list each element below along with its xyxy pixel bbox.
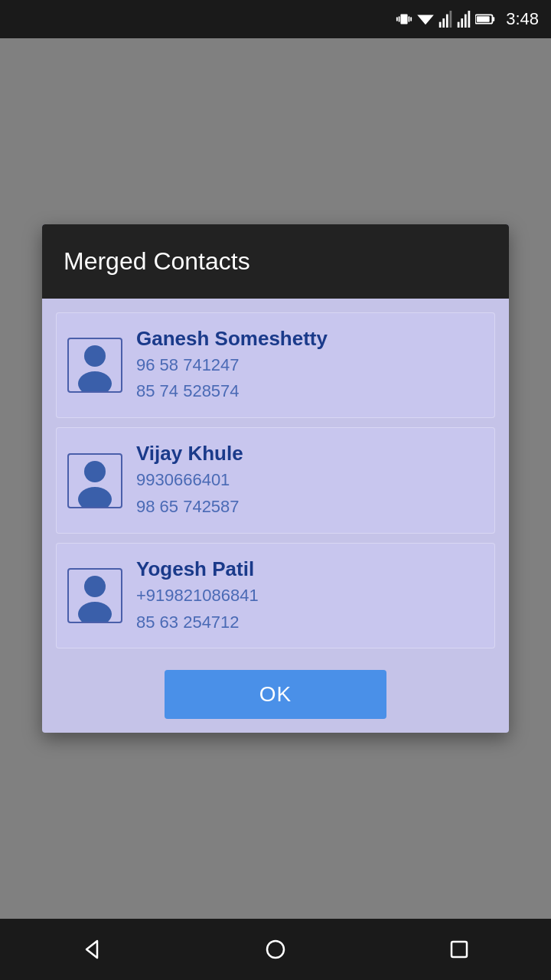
contact-name-2: Vijay Khule bbox=[136, 442, 243, 466]
svg-rect-11 bbox=[461, 18, 464, 28]
contact-item-2: Vijay Khule 9930666401 98 65 742587 bbox=[56, 427, 495, 534]
contact-phone-1a: 96 58 741247 bbox=[136, 354, 328, 377]
back-button[interactable] bbox=[69, 926, 115, 972]
avatar-silhouette-2 bbox=[69, 455, 121, 507]
svg-rect-15 bbox=[493, 17, 495, 21]
avatar-silhouette-1 bbox=[69, 339, 121, 391]
svg-rect-9 bbox=[450, 11, 452, 28]
signal-icon-1 bbox=[439, 11, 452, 28]
contact-name-3: Yogesh Patil bbox=[136, 557, 259, 581]
contact-info-1: Ganesh Someshetty 96 58 741247 85 74 528… bbox=[136, 327, 328, 404]
wifi-icon bbox=[417, 12, 434, 26]
avatar-silhouette-3 bbox=[69, 570, 121, 622]
svg-point-18 bbox=[78, 371, 112, 391]
svg-rect-25 bbox=[452, 942, 467, 957]
svg-rect-16 bbox=[477, 16, 490, 21]
svg-point-21 bbox=[84, 576, 106, 597]
contact-avatar-1 bbox=[67, 338, 122, 393]
svg-marker-23 bbox=[86, 941, 97, 958]
contact-phone-2b: 98 65 742587 bbox=[136, 495, 243, 519]
dialog-actions: OK bbox=[42, 662, 509, 733]
merged-contacts-dialog: Merged Contacts Ganesh Someshetty 96 58 … bbox=[42, 224, 509, 733]
battery-icon bbox=[475, 13, 497, 25]
contact-phone-2a: 9930666401 bbox=[136, 469, 243, 492]
svg-marker-5 bbox=[417, 15, 434, 25]
svg-rect-6 bbox=[439, 22, 442, 28]
contact-avatar-3 bbox=[67, 568, 122, 623]
status-bar: 3:48 bbox=[0, 0, 551, 38]
svg-rect-4 bbox=[410, 17, 412, 21]
nav-bar bbox=[0, 919, 551, 980]
svg-rect-0 bbox=[401, 15, 408, 24]
dialog-content: Ganesh Someshetty 96 58 741247 85 74 528… bbox=[42, 299, 509, 663]
contact-phone-1b: 85 74 528574 bbox=[136, 380, 328, 403]
svg-rect-8 bbox=[446, 15, 448, 28]
signal-icon-2 bbox=[457, 11, 471, 28]
recents-button[interactable] bbox=[436, 926, 482, 972]
dialog-title-text: Merged Contacts bbox=[64, 247, 250, 275]
svg-point-20 bbox=[78, 487, 112, 507]
contact-item-3: Yogesh Patil +919821086841 85 63 254712 bbox=[56, 543, 495, 649]
contact-item-1: Ganesh Someshetty 96 58 741247 85 74 528… bbox=[56, 312, 495, 419]
svg-point-22 bbox=[78, 602, 112, 622]
svg-point-24 bbox=[267, 941, 284, 958]
svg-rect-2 bbox=[409, 16, 410, 21]
svg-point-17 bbox=[84, 345, 106, 367]
svg-rect-10 bbox=[458, 22, 460, 28]
contact-info-2: Vijay Khule 9930666401 98 65 742587 bbox=[136, 442, 243, 519]
svg-point-19 bbox=[84, 461, 106, 482]
status-time: 3:48 bbox=[506, 9, 539, 29]
svg-rect-7 bbox=[443, 18, 445, 28]
home-button[interactable] bbox=[253, 926, 298, 972]
contact-info-3: Yogesh Patil +919821086841 85 63 254712 bbox=[136, 557, 259, 635]
contact-avatar-2 bbox=[67, 453, 122, 508]
dialog-title-bar: Merged Contacts bbox=[42, 224, 509, 299]
background-overlay: Merged Contacts Ganesh Someshetty 96 58 … bbox=[0, 38, 551, 919]
svg-rect-3 bbox=[396, 17, 398, 21]
status-icons: 3:48 bbox=[396, 9, 539, 29]
vibrate-icon bbox=[396, 11, 412, 28]
svg-rect-1 bbox=[399, 16, 400, 21]
svg-rect-12 bbox=[465, 15, 467, 28]
svg-rect-13 bbox=[468, 11, 471, 28]
ok-button[interactable]: OK bbox=[165, 670, 386, 719]
contact-phone-3a: +919821086841 bbox=[136, 584, 259, 608]
contact-name-1: Ganesh Someshetty bbox=[136, 327, 328, 351]
contact-phone-3b: 85 63 254712 bbox=[136, 611, 259, 635]
